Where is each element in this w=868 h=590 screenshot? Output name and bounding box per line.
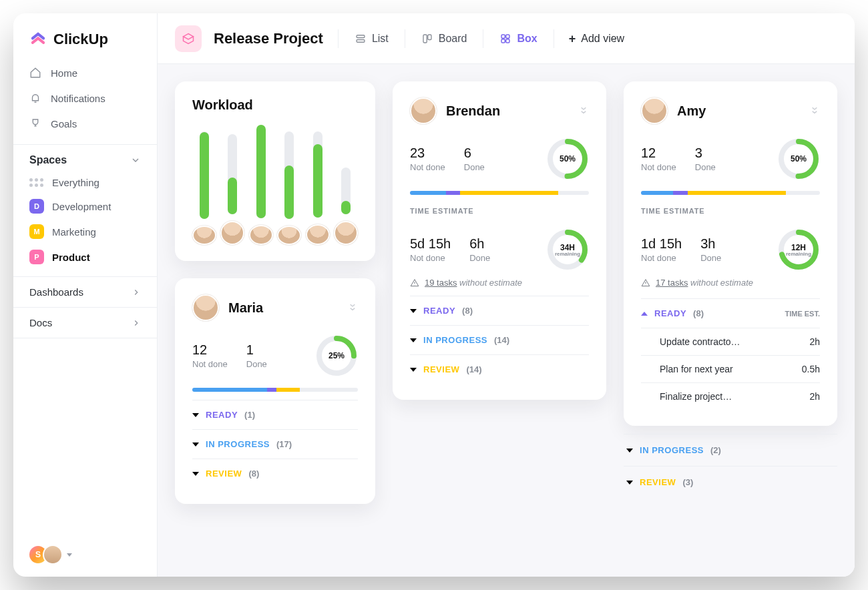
bar-track	[284, 131, 294, 219]
status-row-review[interactable]: REVIEW (8)	[192, 459, 358, 488]
person-name: Maria	[228, 300, 263, 316]
not-done-value: 12	[192, 342, 228, 358]
add-view-label: Add view	[581, 33, 624, 45]
chevron-right-icon	[132, 288, 141, 297]
donut-sublabel: remaining	[786, 251, 811, 257]
list-icon	[355, 33, 367, 45]
nav-notifications[interactable]: Notifications	[20, 85, 150, 111]
status-label: REVIEW	[206, 469, 242, 479]
progress-donut: 50%	[546, 137, 589, 180]
svg-rect-6	[501, 39, 505, 42]
spaces-header[interactable]: Spaces	[13, 144, 157, 172]
warning-link[interactable]: 19 tasks	[425, 278, 457, 288]
progress-donut: 12Hremaining	[777, 228, 820, 271]
person-card-amy: Amy 12Not done 3Done 50% TIME ESTIMATE 1…	[624, 81, 837, 426]
sidebar-docs[interactable]: Docs	[13, 308, 157, 338]
space-label: Product	[52, 252, 90, 263]
not-done-value: 12	[641, 145, 676, 161]
chevron-down-icon	[192, 472, 199, 476]
add-view-button[interactable]: + Add view	[569, 33, 624, 45]
bar-track	[228, 134, 237, 214]
progress-donut: 25%	[315, 334, 358, 377]
workload-bar[interactable]	[277, 131, 301, 245]
person-name: Brendan	[446, 103, 500, 119]
status-count: (8)	[462, 306, 473, 316]
status-label: IN PROGRESS	[640, 445, 704, 455]
status-label: READY	[654, 308, 686, 318]
tab-box[interactable]: Box	[498, 30, 538, 47]
chevron-down-icon	[192, 413, 199, 417]
time-done-value: 3h	[700, 236, 721, 252]
chevron-down-icon	[410, 309, 417, 313]
time-estimate-label: TIME ESTIMATE	[641, 207, 820, 215]
done-label: Done	[695, 162, 716, 172]
workload-bar[interactable]	[334, 131, 358, 245]
nav-goals[interactable]: Goals	[20, 111, 150, 136]
task-row[interactable]: Finalize project…2h	[641, 382, 820, 410]
done-value: 1	[246, 342, 267, 358]
brand-logo[interactable]: ClickUp	[13, 13, 157, 60]
space-everything[interactable]: Everything	[13, 172, 157, 194]
space-development[interactable]: DDevelopment	[13, 194, 157, 219]
task-row[interactable]: Update contracto…2h	[641, 328, 820, 355]
person-card-maria: Maria 12Not done 1Done 25% READY (1) IN …	[175, 278, 375, 504]
main-area: Release Project List Board Box + Add vie…	[158, 13, 855, 577]
bar-fill	[284, 166, 294, 219]
status-label: READY	[206, 410, 238, 420]
workload-bar[interactable]	[192, 131, 216, 245]
sidebar-footer[interactable]: S	[13, 533, 157, 577]
workload-bar[interactable]	[220, 131, 244, 245]
status-row-ready[interactable]: READY (8)	[410, 296, 589, 325]
chevron-down-icon	[626, 481, 633, 485]
task-title: Update contracto…	[660, 336, 740, 347]
expand-icon[interactable]	[347, 302, 358, 313]
status-label: IN PROGRESS	[423, 335, 487, 345]
bar-fill	[256, 125, 266, 218]
tab-label: Box	[517, 33, 537, 45]
task-title: Finalize project…	[660, 391, 732, 402]
warning-icon	[641, 278, 650, 288]
workload-bar[interactable]	[249, 131, 273, 245]
workload-bar[interactable]	[306, 131, 330, 245]
trophy-icon	[29, 117, 41, 129]
caret-down-icon	[67, 553, 72, 557]
chevron-down-icon	[626, 449, 633, 453]
plus-icon: +	[569, 33, 576, 45]
status-row-progress[interactable]: IN PROGRESS (14)	[410, 325, 589, 354]
task-time: 2h	[809, 336, 820, 347]
task-time: 0.5h	[802, 364, 820, 374]
task-row[interactable]: Plan for next year0.5h	[641, 355, 820, 382]
expand-icon[interactable]	[578, 105, 589, 116]
estimate-warning[interactable]: 19 tasks without estimate	[410, 278, 589, 288]
status-row-ready[interactable]: READY (1)	[192, 400, 358, 429]
space-marketing[interactable]: MMarketing	[13, 219, 157, 244]
warning-link[interactable]: 17 tasks	[656, 278, 688, 288]
status-count: (1)	[244, 410, 255, 420]
tab-board[interactable]: Board	[420, 30, 469, 47]
svg-rect-5	[506, 35, 509, 38]
donut-label: 25%	[329, 351, 345, 360]
sidebar-dashboards[interactable]: Dashboards	[13, 277, 157, 308]
time-done-value: 6h	[469, 236, 490, 252]
bar-track	[200, 131, 209, 219]
tab-list[interactable]: List	[353, 30, 390, 47]
expand-icon[interactable]	[809, 105, 820, 116]
status-row-ready[interactable]: READY (8) TIME EST.	[641, 298, 820, 328]
sidebar-lower: Dashboards Docs	[13, 276, 157, 338]
bar-track	[313, 131, 322, 218]
nav-home[interactable]: Home	[20, 60, 150, 85]
status-row-progress[interactable]: IN PROGRESS (2)	[624, 434, 837, 466]
estimate-warning[interactable]: 17 tasks without estimate	[641, 278, 820, 288]
not-done-label: Not done	[641, 162, 676, 172]
avatar	[334, 221, 358, 245]
status-count: (14)	[466, 364, 481, 374]
project-icon	[175, 25, 202, 52]
status-row-progress[interactable]: IN PROGRESS (17)	[192, 429, 358, 459]
progress-donut: 50%	[777, 137, 820, 180]
status-row-review[interactable]: REVIEW (3)	[624, 466, 837, 498]
row-label: Dashboards	[29, 286, 83, 298]
time-estimate-label: TIME ESTIMATE	[410, 207, 589, 215]
status-row-review[interactable]: REVIEW (14)	[410, 354, 589, 384]
space-product[interactable]: PProduct	[13, 244, 157, 270]
done-label: Done	[464, 162, 485, 172]
